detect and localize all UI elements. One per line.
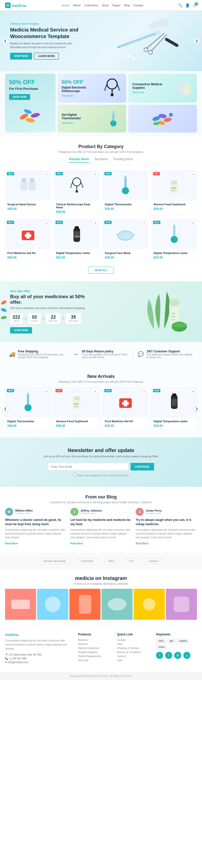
instagram-title: medicia on Instagram (5, 569, 197, 581)
tab-popular[interactable]: Popular Items (69, 157, 89, 163)
promo-link-3[interactable]: Visit Store (62, 122, 87, 124)
arrivals-arrow-right[interactable]: ❯ (194, 406, 200, 411)
promo-link-4[interactable]: Shop Now (132, 91, 172, 94)
brand-2: D&S (105, 558, 118, 564)
svg-point-13 (148, 50, 152, 54)
product-name-7: Digital Temperature meter (153, 251, 195, 254)
read-more-0[interactable]: Read More (5, 542, 18, 545)
promo-section: 50% OFF For First Purchase SHOP NOW 50% … (0, 71, 202, 136)
feature-return-text: 30 Days Return policy If you any problem… (82, 350, 129, 359)
sale-shop-button[interactable]: SHOP NOW (10, 327, 32, 334)
author-name-1: Jeffrey Johnson (81, 509, 102, 512)
footer-link-vitamins[interactable]: Vitamins (78, 643, 112, 646)
svg-rect-0 (149, 18, 169, 28)
logo-text: medicia. (12, 3, 27, 7)
svg-point-17 (123, 57, 125, 59)
footer-ql-shipping[interactable]: Shipping & Delivery (117, 647, 151, 650)
arrival-add-2[interactable]: + (142, 389, 146, 394)
promo-btn-1[interactable]: SHOP NOW (9, 94, 30, 100)
footer-link-equipment[interactable]: Medical Equipment (78, 647, 112, 650)
footer-ql-faq[interactable]: FAQ (117, 643, 151, 646)
arrival-add-0[interactable]: + (45, 389, 49, 394)
svg-text:Digital: Digital (75, 235, 80, 237)
arrival-name-0: Digital Thermometer (7, 420, 49, 423)
footer-ql-sale[interactable]: Sale (117, 659, 151, 662)
footer-ql-careers[interactable]: Careers (117, 655, 151, 658)
youtube-icon[interactable]: y (183, 652, 191, 659)
add-to-cart-0[interactable]: + (45, 172, 49, 177)
shop-now-button[interactable]: SHOP NOW (10, 53, 32, 60)
footer-main: medicia. Consectetuer adipiscing elit, s… (0, 625, 202, 672)
footer-link-skincare[interactable]: Skin care (78, 659, 112, 662)
add-to-cart-5[interactable]: + (93, 221, 98, 225)
product-card-3: HOT ALOE VERA + Alovera Food Supliment $… (151, 170, 197, 216)
nav-collections[interactable]: Collections (84, 3, 98, 8)
facebook-icon[interactable]: f (156, 652, 163, 659)
promo-link-2[interactable]: Visit Store (62, 94, 73, 97)
pill-decoration (18, 106, 43, 127)
insta-post-2[interactable] (69, 589, 100, 620)
arrival-add-3[interactable]: + (191, 389, 195, 394)
insta-post-4[interactable] (134, 589, 165, 620)
nav-home[interactable]: Home (62, 3, 69, 8)
search-icon[interactable]: 🔍 (178, 3, 182, 7)
product-badge-7: NEW (153, 221, 160, 224)
nav-actions: 🔍 👤 🛒 2 (178, 3, 197, 7)
svg-text:ALOE: ALOE (171, 187, 176, 189)
arrival-add-1[interactable]: + (93, 389, 98, 394)
add-to-cart-7[interactable]: + (191, 221, 195, 225)
insta-post-1[interactable] (37, 589, 68, 620)
twitter-icon[interactable]: t (165, 652, 172, 659)
add-to-cart-6[interactable]: + (142, 221, 146, 225)
promo-card-pills (128, 105, 197, 132)
nav-about[interactable]: About (73, 3, 81, 8)
newsletter-terms: I have read and agreed to terms and Priv… (5, 473, 197, 477)
footer-link-surgical[interactable]: Surgical Supplies (78, 651, 112, 654)
hero-section: ❮ A Medical Store Template Medicia Medic… (0, 10, 202, 71)
insta-post-3[interactable] (102, 589, 133, 620)
add-to-cart-4[interactable]: + (45, 221, 49, 225)
tab-trending[interactable]: Trending Items (113, 157, 133, 163)
product-price-4: $29.00 (7, 256, 17, 259)
hero-subtitle: Medicia we always focused on the best tr… (10, 42, 76, 49)
hero-arrow-left[interactable]: ❮ (2, 38, 8, 44)
newsletter-checkbox[interactable] (73, 473, 77, 476)
arrival-card-2: NEW + First Medicine Aid Kit $39.00 (103, 387, 148, 430)
insta-post-0[interactable] (5, 589, 36, 620)
arrivals-arrow-left[interactable]: ❮ (2, 406, 8, 411)
brand-1: Certistub (77, 558, 97, 564)
newsletter-submit-button[interactable]: CONTINUE (131, 463, 154, 470)
insta-post-5[interactable] (166, 589, 197, 620)
read-more-2[interactable]: Read More (136, 542, 148, 545)
blog-post-title-1: Let food be my medicine and medicine be … (70, 518, 132, 526)
blog-post-title-0: Whenever a doctor cannot do good, he mus… (5, 518, 66, 526)
nav-pages[interactable]: Pages (112, 3, 120, 8)
footer-link-medicine[interactable]: Medicine (78, 639, 112, 642)
nav-contact[interactable]: Contact (133, 3, 143, 8)
newsletter-title: Newsletter and offer update (5, 447, 197, 453)
nav-shop[interactable]: Shop (102, 3, 109, 8)
nav-blog[interactable]: Blog (124, 3, 130, 8)
learn-more-button[interactable]: LEARN MORE (34, 53, 59, 60)
svg-point-106 (108, 598, 126, 611)
add-to-cart-1[interactable]: + (93, 172, 98, 177)
footer-ql-returns[interactable]: Returns & Conditions (117, 651, 151, 654)
view-all-button[interactable]: VIEW ALL (88, 267, 114, 274)
add-to-cart-3[interactable]: + (191, 172, 195, 177)
footer-ql-contact[interactable]: Contact (117, 639, 151, 642)
linkedin-icon[interactable]: in (174, 652, 181, 659)
svg-point-27 (104, 89, 106, 91)
arrival-badge-0: NEW (7, 389, 14, 392)
read-more-1[interactable]: Read More (70, 542, 83, 545)
newsletter-email-input[interactable] (48, 463, 128, 470)
user-icon[interactable]: 👤 (185, 3, 190, 7)
brand-4: medica (145, 558, 162, 564)
cart-icon[interactable]: 🛒 2 (193, 3, 197, 7)
nav-logo[interactable]: m medicia. (5, 2, 27, 8)
sale-section: Intro Sale Offer Buy all of your medicin… (0, 281, 202, 342)
hero-arrow-right[interactable]: ❯ (194, 38, 200, 44)
tab-top-brand[interactable]: Top Brand (94, 157, 108, 163)
add-to-cart-2[interactable]: + (142, 172, 146, 177)
footer-link-dental[interactable]: Dental Replacement (78, 655, 112, 658)
svg-text:VERA: VERA (171, 190, 175, 191)
